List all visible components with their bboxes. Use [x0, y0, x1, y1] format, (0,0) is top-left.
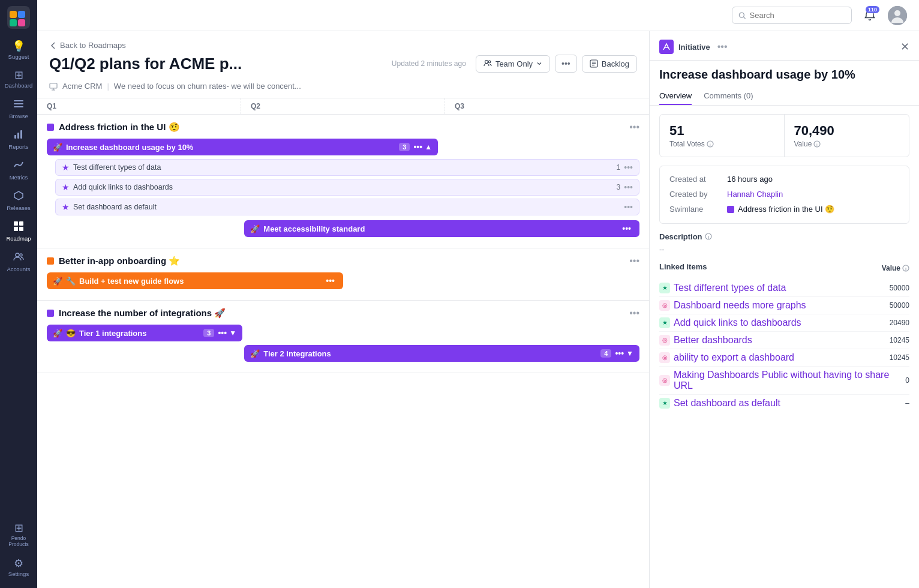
- initiative-bar-dashboard[interactable]: 🚀 Increase dashboard usage by 10% 3 ••• …: [47, 139, 438, 155]
- swimlane-onboarding: Better in-app onboarding ⭐ ••• 🚀 🔧 Build…: [37, 248, 649, 301]
- back-to-roadmaps-link[interactable]: Back to Roadmaps: [49, 41, 637, 50]
- sidebar-item-pendo[interactable]: ⊞ PendoProducts: [0, 518, 37, 552]
- tier2-chevron[interactable]: ▼: [626, 349, 633, 358]
- sidebar: 💡 Suggest ⊞ Dashboard Browse Reports Met…: [0, 0, 37, 588]
- feature-star-icon: ★: [62, 163, 70, 172]
- sidebar-item-dashboard[interactable]: ⊞ Dashboard: [0, 65, 37, 94]
- info-icon-votes: i: [707, 140, 714, 148]
- tier1-more-btn[interactable]: •••: [218, 328, 227, 338]
- svg-rect-12: [14, 221, 18, 226]
- app-logo[interactable]: [7, 6, 30, 29]
- panel-header: Initiative ••• ✕: [650, 31, 919, 61]
- feature-count-1: 1: [617, 163, 621, 172]
- search-box[interactable]: [732, 7, 852, 24]
- feature-row-3[interactable]: ★ Set dashboard as default •••: [55, 199, 639, 215]
- page-area: Back to Roadmaps Q1/Q2 plans for ACME p.…: [37, 31, 919, 588]
- linked-items-section: Linked items Value i ★ Test different ty…: [659, 262, 909, 412]
- sidebar-item-browse[interactable]: Browse: [0, 94, 37, 124]
- sidebar-item-reports[interactable]: Reports: [0, 124, 37, 155]
- sidebar-item-suggest[interactable]: 💡 Suggest: [0, 36, 37, 65]
- accessibility-icon: 🚀: [250, 224, 260, 233]
- tab-overview[interactable]: Overview: [659, 88, 692, 105]
- linked-item-0[interactable]: ★ Test different types of data 50000: [659, 280, 909, 297]
- linked-item-4[interactable]: ◎ ability to export a dashboard 10245: [659, 349, 909, 367]
- linked-name-0[interactable]: Test different types of data: [674, 283, 885, 293]
- feature-more-3[interactable]: •••: [624, 202, 633, 212]
- sidebar-item-metrics[interactable]: Metrics: [0, 155, 37, 185]
- linked-items-label: Linked items: [659, 262, 707, 271]
- feature-title-2: Add quick links to dashboards: [73, 183, 617, 191]
- panel-more-button[interactable]: •••: [717, 41, 728, 52]
- linked-item-6[interactable]: ★ Set dashboard as default –: [659, 395, 909, 412]
- initiative-bar-tier1[interactable]: 🚀 😎 Tier 1 integrations 3 ••• ▼: [47, 325, 242, 341]
- initiative-bar-accessibility[interactable]: 🚀 Meet accessibility standard •••: [244, 220, 639, 237]
- swimlane-onboarding-title: Better in-app onboarding ⭐: [47, 256, 180, 266]
- tier1-title: Tier 1 integrations: [79, 329, 203, 338]
- linked-name-5[interactable]: Making Dashboards Public without having …: [674, 370, 900, 391]
- feature-more-2[interactable]: •••: [624, 182, 633, 192]
- quarter-q3: Q3: [445, 98, 649, 114]
- swimlane-color-dot: [47, 124, 54, 131]
- pendo-icon: ⊞: [14, 523, 23, 533]
- info-created-at: Created at 16 hours ago: [669, 175, 899, 184]
- linked-icon-1: ◎: [659, 300, 670, 311]
- linked-item-2[interactable]: ★ Add quick links to dashboards 20490: [659, 314, 909, 332]
- created-by-key: Created by: [669, 190, 717, 199]
- value-label: Value i: [794, 140, 900, 148]
- linked-item-5[interactable]: ◎ Making Dashboards Public without havin…: [659, 367, 909, 395]
- suggest-icon: 💡: [12, 41, 25, 52]
- main-content: 110 Back to Roadmaps Q1/Q2 plans for ACM…: [37, 0, 919, 588]
- sidebar-item-roadmap[interactable]: Roadmap: [0, 216, 37, 247]
- user-avatar[interactable]: [888, 6, 907, 25]
- swimlane-chip: Address friction in the UI 🤨: [727, 205, 834, 214]
- swimlane-friction: Address friction in the UI 🤨 ••• 🚀 Incre…: [37, 115, 649, 248]
- swimlane-value: Address friction in the UI 🤨: [727, 205, 899, 215]
- bar-chevron-icon[interactable]: ▲: [425, 143, 432, 151]
- linked-name-3[interactable]: Better dashboards: [674, 335, 885, 346]
- swimlane-dots-button[interactable]: •••: [629, 122, 639, 133]
- svg-point-17: [20, 254, 22, 256]
- notifications-button[interactable]: 110: [859, 5, 881, 26]
- feature-row-2[interactable]: ★ Add quick links to dashboards 3 •••: [55, 179, 639, 196]
- created-at-value: 16 hours ago: [727, 175, 899, 184]
- backlog-button[interactable]: Backlog: [582, 55, 637, 73]
- description-text: --: [659, 245, 909, 254]
- swimlane-chip-dot: [727, 206, 734, 213]
- linked-item-3[interactable]: ◎ Better dashboards 10245: [659, 332, 909, 349]
- tier2-count: 4: [600, 349, 611, 358]
- page-title: Q1/Q2 plans for ACME p...: [49, 55, 392, 73]
- bar-more-btn[interactable]: •••: [413, 142, 422, 152]
- svg-rect-3: [10, 19, 17, 26]
- chevron-down-icon: [536, 61, 542, 67]
- linked-name-6[interactable]: Set dashboard as default: [674, 398, 900, 409]
- sidebar-item-accounts[interactable]: Accounts: [0, 247, 37, 277]
- linked-name-2[interactable]: Add quick links to dashboards: [674, 317, 885, 328]
- integrations-dots-button[interactable]: •••: [629, 308, 639, 319]
- guide-more-btn[interactable]: •••: [326, 276, 335, 286]
- linked-item-1[interactable]: ◎ Dashboard needs more graphs 50000: [659, 297, 909, 314]
- panel-close-button[interactable]: ✕: [900, 41, 909, 52]
- tier2-more-btn[interactable]: •••: [615, 349, 624, 358]
- created-by-value[interactable]: Hannah Chaplin: [727, 190, 899, 199]
- tier1-chevron[interactable]: ▼: [229, 329, 236, 337]
- linked-name-4[interactable]: ability to export a dashboard: [674, 352, 885, 363]
- svg-line-19: [744, 17, 746, 19]
- accessibility-more-btn[interactable]: •••: [622, 224, 631, 233]
- initiative-bar-guides[interactable]: 🚀 🔧 Build + test new guide flows •••: [47, 272, 343, 289]
- feature-row-1[interactable]: ★ Test different types of data 1 •••: [55, 159, 639, 176]
- sidebar-item-releases[interactable]: Releases: [0, 185, 37, 216]
- linked-name-1[interactable]: Dashboard needs more graphs: [674, 300, 885, 311]
- svg-rect-2: [18, 11, 25, 18]
- initiative-bar-tier2[interactable]: 🚀 Tier 2 integrations 4 ••• ▼: [244, 345, 639, 362]
- sidebar-label-roadmap: Roadmap: [6, 235, 31, 242]
- info-icon-value: i: [813, 140, 821, 148]
- search-input[interactable]: [750, 11, 845, 20]
- onboarding-dots-button[interactable]: •••: [629, 256, 639, 266]
- tab-comments[interactable]: Comments (0): [704, 88, 753, 105]
- team-only-button[interactable]: Team Only: [476, 55, 550, 73]
- more-options-button[interactable]: •••: [555, 55, 577, 73]
- sidebar-item-settings[interactable]: ⚙ Settings: [0, 553, 37, 582]
- svg-point-22: [485, 61, 488, 64]
- feature-more-1[interactable]: •••: [624, 163, 633, 172]
- linked-icon-4: ◎: [659, 352, 670, 363]
